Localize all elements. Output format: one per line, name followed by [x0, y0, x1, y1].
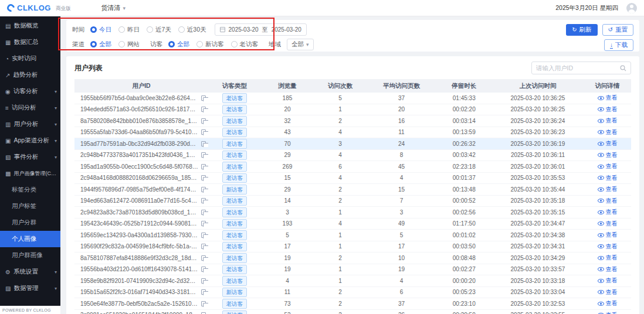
sidebar-item-user-analysis[interactable]: ▥用户分析▾: [0, 116, 60, 132]
project-selector[interactable]: 货清清 ▾: [101, 4, 126, 12]
duration-cell: 02:23:18: [436, 163, 492, 170]
date-range-separator: 至: [262, 26, 268, 34]
view-detail-link[interactable]: 查看: [598, 185, 618, 193]
copy-icon[interactable]: [201, 141, 206, 146]
sidebar-item-event-analysis[interactable]: ▧事件分析▾: [0, 149, 60, 165]
copy-icon[interactable]: [201, 210, 206, 215]
visitor-type-cell: 老访客: [208, 265, 261, 275]
table-row: 195423c46439c-0525b71912c0944-59081206-2…: [74, 219, 631, 230]
time-filter-option[interactable]: 近7天: [147, 26, 171, 34]
view-detail-link[interactable]: 查看: [598, 151, 618, 159]
radio-icon: [118, 41, 125, 47]
sidebar-item-group-profile[interactable]: 用户群画像: [0, 247, 60, 264]
reset-button[interactable]: ↺ 重置: [602, 24, 633, 36]
pv-cell: 5: [261, 232, 314, 238]
view-detail-link[interactable]: 查看: [598, 254, 618, 262]
search-input[interactable]: [536, 64, 620, 71]
copy-icon[interactable]: [201, 267, 206, 272]
copy-icon[interactable]: [201, 187, 206, 192]
visitor-filter-option[interactable]: 新访客: [196, 40, 224, 49]
sidebar-item-data-overview[interactable]: ▤数据概览: [0, 18, 60, 34]
view-detail-link[interactable]: 查看: [598, 220, 618, 228]
view-detail-link[interactable]: 查看: [598, 197, 618, 205]
view-detail-link[interactable]: 查看: [598, 299, 618, 308]
search-icon[interactable]: [620, 65, 626, 71]
sidebar-item-trend-analysis[interactable]: ↗趋势分析: [0, 67, 60, 83]
sidebar-item-tag-category[interactable]: 标签分类: [0, 182, 60, 198]
sidebar-item-visitor-analysis[interactable]: ◉访客分析▾: [0, 83, 60, 100]
sidebar-item-user-group[interactable]: 用户分群: [0, 214, 60, 231]
copy-icon[interactable]: [201, 118, 206, 124]
copy-icon[interactable]: [201, 233, 206, 238]
sidebar-item-data-manage[interactable]: ▨数据管理▾: [0, 280, 60, 296]
duration-cell: 00:13:48: [436, 186, 492, 193]
channel-filter-option[interactable]: 网站: [118, 40, 140, 49]
user-id-text: 1950e64fe3877b-0ebf50b2ac5a2e-152610a-32…: [80, 301, 198, 307]
view-detail-link[interactable]: 查看: [598, 288, 618, 296]
copy-icon[interactable]: [201, 221, 206, 226]
refresh-icon: ↻: [572, 27, 577, 33]
sidebar-item-personal-profile[interactable]: 个人画像: [0, 231, 60, 247]
copy-icon[interactable]: [201, 255, 206, 261]
sidebar-item-system-settings[interactable]: ⚙系统设置▾: [0, 264, 60, 280]
view-detail-link[interactable]: 查看: [598, 243, 618, 251]
sidebar-item-data-summary[interactable]: ▦数据汇总: [0, 34, 60, 50]
visits-cell: 2: [314, 301, 367, 307]
refresh-button[interactable]: ↻ 刷新: [566, 24, 597, 36]
visit-detail-cell: 查看: [584, 151, 631, 159]
sidebar-item-realtime-visit[interactable]: ◔实时访问: [0, 50, 60, 67]
view-detail-link[interactable]: 查看: [598, 162, 618, 170]
visitor-type-badge: 老访客: [222, 105, 248, 115]
copy-icon[interactable]: [201, 152, 206, 158]
view-detail-link[interactable]: 查看: [598, 94, 618, 102]
duration-cell: 00:01:02: [436, 232, 492, 238]
date-range-end: 2025-03-20: [272, 26, 301, 33]
view-detail-link[interactable]: 查看: [598, 174, 618, 182]
time-filter-option[interactable]: 近30天: [178, 26, 206, 34]
copy-icon[interactable]: [201, 175, 206, 180]
channel-filter-option[interactable]: 全部: [90, 40, 111, 49]
visitor-type-cell: 老访客: [208, 299, 261, 309]
visits-cell: 1: [314, 278, 367, 284]
view-detail-link[interactable]: 查看: [598, 208, 618, 216]
visitor-type-cell: 新访客: [208, 185, 261, 194]
radio-icon: [168, 41, 175, 47]
sidebar-item-cdp[interactable]: ▩用户画像管理(CDP): [0, 165, 60, 182]
sidebar-item-label: 用户画像管理(CDP): [13, 170, 57, 178]
sidebar-item-app-channel-analysis[interactable]: ▣App渠道分析▾: [0, 132, 60, 149]
column-header: 访客类型: [208, 82, 261, 90]
sidebar-item-label: 实时访问: [12, 54, 36, 63]
copy-icon[interactable]: [201, 164, 206, 169]
copy-icon[interactable]: [201, 198, 206, 203]
view-detail-link[interactable]: 查看: [598, 128, 618, 136]
time-filter-option[interactable]: 今日: [90, 26, 111, 34]
sidebar-item-user-tag[interactable]: 用户标签: [0, 198, 60, 214]
view-detail-link[interactable]: 查看: [598, 311, 618, 314]
copy-icon[interactable]: [201, 107, 206, 112]
view-detail-link[interactable]: 查看: [598, 117, 618, 125]
copy-icon[interactable]: [201, 289, 206, 295]
view-detail-link[interactable]: 查看: [598, 265, 618, 274]
user-id-cell: 1944f9576896d7-0985a75d9ef00e8-4f174c4e-…: [74, 186, 208, 193]
view-detail-link[interactable]: 查看: [598, 139, 618, 148]
copy-icon[interactable]: [201, 95, 206, 101]
visitor-filter-option[interactable]: 老访客: [231, 40, 259, 49]
view-detail-link[interactable]: 查看: [598, 277, 618, 285]
copy-icon[interactable]: [201, 244, 206, 249]
copy-icon[interactable]: [201, 278, 206, 284]
last-visit-cell: 2025-03-20 10:36:24: [492, 118, 584, 124]
copy-icon[interactable]: [201, 301, 206, 306]
region-select[interactable]: 全部 ▾: [287, 39, 314, 50]
download-button[interactable]: ↓ 下载: [604, 39, 633, 51]
visitor-filter-option[interactable]: 全部: [168, 40, 189, 49]
user-id-text: 195659ec134293-0a4300a1d139858-79302713-…: [80, 232, 198, 238]
sidebar-item-visit-analysis[interactable]: ≡访问分析▾: [0, 100, 60, 116]
view-detail-link[interactable]: 查看: [598, 105, 618, 114]
user-avatar[interactable]: [626, 3, 637, 13]
time-filter-option[interactable]: 昨日: [118, 26, 140, 34]
view-detail-link[interactable]: 查看: [598, 231, 618, 239]
visitor-type-cell: 新访客: [208, 288, 261, 298]
table-row: 8a7580208e842bbb010e876b3858578e_18fa3ef…: [74, 115, 631, 127]
date-range-picker[interactable]: 2025-03-20 至 2025-03-20: [215, 23, 307, 36]
copy-icon[interactable]: [201, 129, 206, 135]
